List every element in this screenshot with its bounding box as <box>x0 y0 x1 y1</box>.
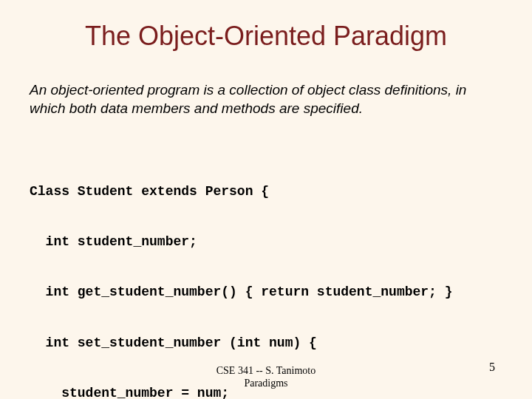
slide-title: The Object-Oriented Paradigm <box>30 21 502 52</box>
footer-line2: Paradigms <box>155 378 377 390</box>
code-line: int get_student_number() { return studen… <box>30 284 453 299</box>
footer-text: CSE 341 -- S. Tanimoto Paradigms <box>155 365 377 390</box>
slide: The Object-Oriented Paradigm An object-o… <box>0 0 532 399</box>
footer-line1: CSE 341 -- S. Tanimoto <box>155 365 377 378</box>
intro-paragraph: An object-oriented program is a collecti… <box>30 81 502 117</box>
code-line: Class Student extends Person { <box>30 184 269 199</box>
code-line: int student_number; <box>30 234 197 249</box>
code-line: int set_student_number (int num) { <box>30 335 317 350</box>
code-block: Class Student extends Person { int stude… <box>30 153 502 399</box>
footer: CSE 341 -- S. Tanimoto Paradigms 5 <box>0 365 532 390</box>
page-number: 5 <box>489 361 495 374</box>
